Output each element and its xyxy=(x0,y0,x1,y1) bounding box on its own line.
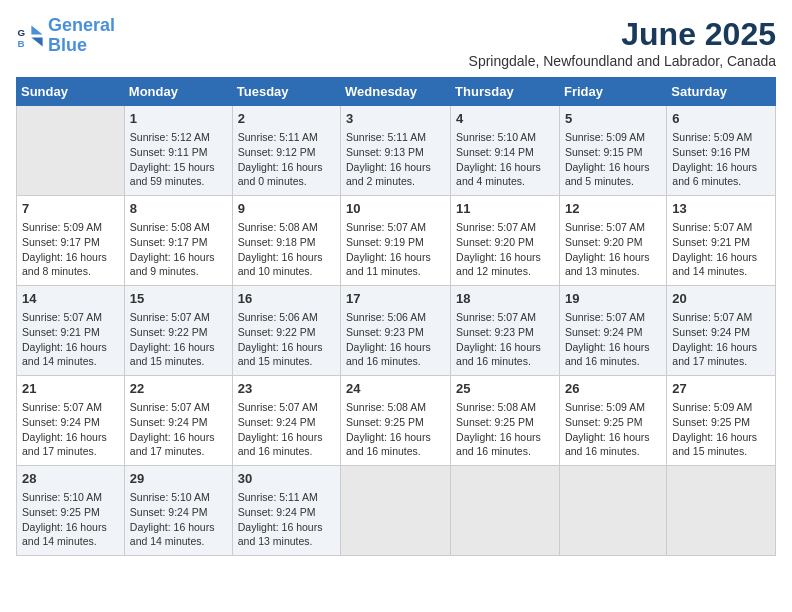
sunset: Sunset: 9:20 PM xyxy=(565,235,661,250)
sunrise: Sunrise: 5:08 AM xyxy=(456,400,554,415)
sunset: Sunset: 9:18 PM xyxy=(238,235,335,250)
calendar-header-row: Sunday Monday Tuesday Wednesday Thursday… xyxy=(17,78,776,106)
daylight-hours: Daylight: 16 hours and 12 minutes. xyxy=(456,250,554,279)
table-row: 23 Sunrise: 5:07 AM Sunset: 9:24 PM Dayl… xyxy=(232,376,340,466)
daylight-hours: Daylight: 16 hours and 8 minutes. xyxy=(22,250,119,279)
logo-icon: G B xyxy=(16,22,44,50)
table-row: 1 Sunrise: 5:12 AM Sunset: 9:11 PM Dayli… xyxy=(124,106,232,196)
sunset: Sunset: 9:24 PM xyxy=(672,325,770,340)
daylight-hours: Daylight: 16 hours and 15 minutes. xyxy=(672,430,770,459)
daylight-hours: Daylight: 16 hours and 16 minutes. xyxy=(346,340,445,369)
day-number: 9 xyxy=(238,200,335,218)
subtitle: Springdale, Newfoundland and Labrador, C… xyxy=(469,53,776,69)
sunrise: Sunrise: 5:06 AM xyxy=(238,310,335,325)
table-row: 2 Sunrise: 5:11 AM Sunset: 9:12 PM Dayli… xyxy=(232,106,340,196)
sunrise: Sunrise: 5:11 AM xyxy=(238,490,335,505)
day-number: 19 xyxy=(565,290,661,308)
sunset: Sunset: 9:25 PM xyxy=(565,415,661,430)
header: G B GeneralBlue June 2025 Springdale, Ne… xyxy=(16,16,776,69)
sunset: Sunset: 9:25 PM xyxy=(346,415,445,430)
sunrise: Sunrise: 5:07 AM xyxy=(565,220,661,235)
sunrise: Sunrise: 5:07 AM xyxy=(130,400,227,415)
sunrise: Sunrise: 5:09 AM xyxy=(672,130,770,145)
day-number: 3 xyxy=(346,110,445,128)
sunset: Sunset: 9:23 PM xyxy=(456,325,554,340)
daylight-hours: Daylight: 16 hours and 16 minutes. xyxy=(565,430,661,459)
day-number: 12 xyxy=(565,200,661,218)
day-number: 27 xyxy=(672,380,770,398)
sunset: Sunset: 9:12 PM xyxy=(238,145,335,160)
sunrise: Sunrise: 5:08 AM xyxy=(346,400,445,415)
table-row: 14 Sunrise: 5:07 AM Sunset: 9:21 PM Dayl… xyxy=(17,286,125,376)
table-row: 10 Sunrise: 5:07 AM Sunset: 9:19 PM Dayl… xyxy=(341,196,451,286)
sunset: Sunset: 9:17 PM xyxy=(22,235,119,250)
sunset: Sunset: 9:24 PM xyxy=(130,505,227,520)
sunset: Sunset: 9:21 PM xyxy=(22,325,119,340)
table-row: 4 Sunrise: 5:10 AM Sunset: 9:14 PM Dayli… xyxy=(451,106,560,196)
sunset: Sunset: 9:25 PM xyxy=(456,415,554,430)
sunset: Sunset: 9:25 PM xyxy=(22,505,119,520)
sunrise: Sunrise: 5:09 AM xyxy=(672,400,770,415)
day-number: 13 xyxy=(672,200,770,218)
table-row: 21 Sunrise: 5:07 AM Sunset: 9:24 PM Dayl… xyxy=(17,376,125,466)
sunset: Sunset: 9:19 PM xyxy=(346,235,445,250)
sunset: Sunset: 9:24 PM xyxy=(238,415,335,430)
day-number: 14 xyxy=(22,290,119,308)
table-row xyxy=(667,466,776,556)
sunrise: Sunrise: 5:10 AM xyxy=(22,490,119,505)
sunset: Sunset: 9:13 PM xyxy=(346,145,445,160)
table-row: 15 Sunrise: 5:07 AM Sunset: 9:22 PM Dayl… xyxy=(124,286,232,376)
col-sunday: Sunday xyxy=(17,78,125,106)
table-row xyxy=(559,466,666,556)
day-number: 23 xyxy=(238,380,335,398)
day-number: 30 xyxy=(238,470,335,488)
col-friday: Friday xyxy=(559,78,666,106)
col-monday: Monday xyxy=(124,78,232,106)
day-number: 2 xyxy=(238,110,335,128)
svg-text:B: B xyxy=(17,38,24,49)
day-number: 21 xyxy=(22,380,119,398)
day-number: 10 xyxy=(346,200,445,218)
day-number: 7 xyxy=(22,200,119,218)
sunrise: Sunrise: 5:10 AM xyxy=(456,130,554,145)
sunrise: Sunrise: 5:07 AM xyxy=(672,310,770,325)
sunset: Sunset: 9:15 PM xyxy=(565,145,661,160)
table-row: 29 Sunrise: 5:10 AM Sunset: 9:24 PM Dayl… xyxy=(124,466,232,556)
day-number: 1 xyxy=(130,110,227,128)
sunset: Sunset: 9:11 PM xyxy=(130,145,227,160)
daylight-hours: Daylight: 16 hours and 15 minutes. xyxy=(238,340,335,369)
table-row: 20 Sunrise: 5:07 AM Sunset: 9:24 PM Dayl… xyxy=(667,286,776,376)
table-row: 18 Sunrise: 5:07 AM Sunset: 9:23 PM Dayl… xyxy=(451,286,560,376)
sunrise: Sunrise: 5:07 AM xyxy=(672,220,770,235)
sunset: Sunset: 9:22 PM xyxy=(238,325,335,340)
day-number: 5 xyxy=(565,110,661,128)
day-number: 4 xyxy=(456,110,554,128)
svg-marker-1 xyxy=(31,25,42,34)
svg-text:G: G xyxy=(17,27,25,38)
logo-text: GeneralBlue xyxy=(48,16,115,56)
sunset: Sunset: 9:24 PM xyxy=(130,415,227,430)
sunset: Sunset: 9:24 PM xyxy=(565,325,661,340)
daylight-hours: Daylight: 16 hours and 4 minutes. xyxy=(456,160,554,189)
day-number: 11 xyxy=(456,200,554,218)
day-number: 22 xyxy=(130,380,227,398)
daylight-hours: Daylight: 16 hours and 14 minutes. xyxy=(672,250,770,279)
daylight-hours: Daylight: 16 hours and 6 minutes. xyxy=(672,160,770,189)
col-tuesday: Tuesday xyxy=(232,78,340,106)
daylight-hours: Daylight: 16 hours and 11 minutes. xyxy=(346,250,445,279)
daylight-hours: Daylight: 16 hours and 2 minutes. xyxy=(346,160,445,189)
sunset: Sunset: 9:20 PM xyxy=(456,235,554,250)
daylight-hours: Daylight: 16 hours and 0 minutes. xyxy=(238,160,335,189)
day-number: 15 xyxy=(130,290,227,308)
daylight-hours: Daylight: 16 hours and 10 minutes. xyxy=(238,250,335,279)
daylight-hours: Daylight: 16 hours and 14 minutes. xyxy=(22,520,119,549)
table-row: 7 Sunrise: 5:09 AM Sunset: 9:17 PM Dayli… xyxy=(17,196,125,286)
col-wednesday: Wednesday xyxy=(341,78,451,106)
sunset: Sunset: 9:21 PM xyxy=(672,235,770,250)
daylight-hours: Daylight: 16 hours and 16 minutes. xyxy=(456,340,554,369)
day-number: 16 xyxy=(238,290,335,308)
table-row: 30 Sunrise: 5:11 AM Sunset: 9:24 PM Dayl… xyxy=(232,466,340,556)
month-title: June 2025 xyxy=(469,16,776,53)
daylight-hours: Daylight: 16 hours and 17 minutes. xyxy=(672,340,770,369)
daylight-hours: Daylight: 16 hours and 13 minutes. xyxy=(565,250,661,279)
